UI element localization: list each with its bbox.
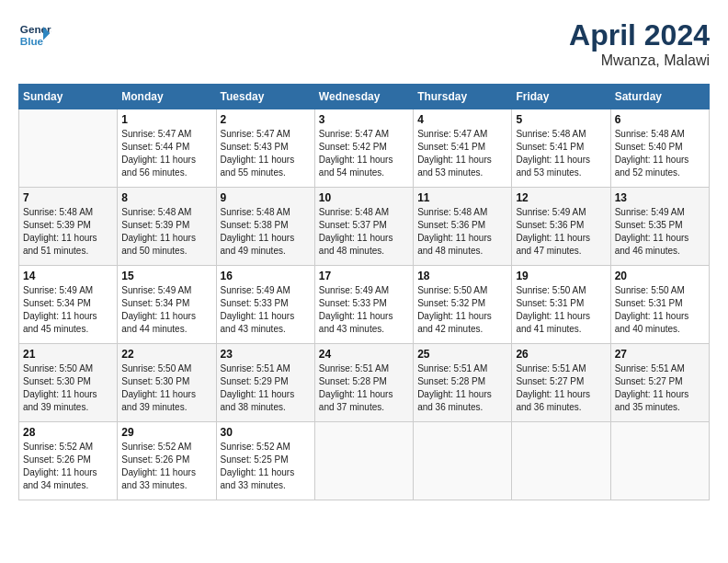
calendar-cell: 16Sunrise: 5:49 AM Sunset: 5:33 PM Dayli…: [216, 266, 314, 344]
day-info: Sunrise: 5:52 AM Sunset: 5:26 PM Dayligh…: [121, 441, 211, 492]
calendar-week-row: 28Sunrise: 5:52 AM Sunset: 5:26 PM Dayli…: [19, 422, 710, 500]
logo: General Blue: [18, 18, 51, 52]
calendar-cell: 7Sunrise: 5:48 AM Sunset: 5:39 PM Daylig…: [19, 188, 118, 266]
calendar-cell: 13Sunrise: 5:49 AM Sunset: 5:35 PM Dayli…: [610, 188, 709, 266]
column-header-sunday: Sunday: [19, 85, 118, 109]
column-header-saturday: Saturday: [610, 85, 709, 109]
svg-text:Blue: Blue: [20, 35, 44, 47]
column-header-thursday: Thursday: [414, 85, 512, 109]
day-number: 17: [319, 270, 409, 282]
day-info: Sunrise: 5:51 AM Sunset: 5:29 PM Dayligh…: [221, 362, 311, 414]
calendar-cell: 1Sunrise: 5:47 AM Sunset: 5:44 PM Daylig…: [118, 109, 216, 188]
day-number: 20: [615, 270, 705, 282]
calendar-cell: 14Sunrise: 5:49 AM Sunset: 5:34 PM Dayli…: [19, 266, 118, 344]
day-info: Sunrise: 5:49 AM Sunset: 5:34 PM Dayligh…: [121, 284, 211, 336]
logo-icon: General Blue: [18, 18, 51, 52]
day-number: 26: [516, 348, 606, 361]
location-subtitle: Mwanza, Malawi: [569, 52, 710, 69]
day-info: Sunrise: 5:49 AM Sunset: 5:33 PM Dayligh…: [319, 284, 409, 336]
calendar-cell: 26Sunrise: 5:51 AM Sunset: 5:27 PM Dayli…: [512, 344, 610, 422]
day-info: Sunrise: 5:48 AM Sunset: 5:41 PM Dayligh…: [516, 128, 606, 179]
day-number: 11: [417, 191, 507, 204]
day-info: Sunrise: 5:50 AM Sunset: 5:30 PM Dayligh…: [121, 362, 211, 414]
day-info: Sunrise: 5:51 AM Sunset: 5:28 PM Dayligh…: [319, 362, 409, 414]
day-number: 13: [615, 191, 705, 204]
day-info: Sunrise: 5:48 AM Sunset: 5:40 PM Dayligh…: [615, 128, 705, 179]
calendar-cell: 18Sunrise: 5:50 AM Sunset: 5:32 PM Dayli…: [414, 266, 512, 344]
calendar-week-row: 7Sunrise: 5:48 AM Sunset: 5:39 PM Daylig…: [19, 188, 710, 266]
day-number: 14: [23, 270, 113, 282]
day-number: 28: [23, 426, 113, 439]
day-number: 16: [221, 270, 311, 282]
calendar-header-row: SundayMondayTuesdayWednesdayThursdayFrid…: [19, 85, 710, 109]
day-number: 18: [417, 270, 507, 282]
calendar-cell: 12Sunrise: 5:49 AM Sunset: 5:36 PM Dayli…: [512, 188, 610, 266]
day-info: Sunrise: 5:48 AM Sunset: 5:39 PM Dayligh…: [121, 206, 211, 258]
calendar-cell: 29Sunrise: 5:52 AM Sunset: 5:26 PM Dayli…: [118, 422, 216, 500]
calendar-cell: 2Sunrise: 5:47 AM Sunset: 5:43 PM Daylig…: [216, 109, 314, 188]
column-header-friday: Friday: [512, 85, 610, 109]
calendar-cell: 19Sunrise: 5:50 AM Sunset: 5:31 PM Dayli…: [512, 266, 610, 344]
day-number: 24: [319, 348, 409, 361]
day-info: Sunrise: 5:50 AM Sunset: 5:31 PM Dayligh…: [615, 284, 705, 336]
day-number: 3: [319, 113, 409, 126]
day-number: 9: [221, 191, 311, 204]
day-info: Sunrise: 5:48 AM Sunset: 5:39 PM Dayligh…: [23, 206, 113, 258]
day-number: 15: [121, 270, 211, 282]
column-header-wednesday: Wednesday: [314, 85, 413, 109]
calendar-week-row: 14Sunrise: 5:49 AM Sunset: 5:34 PM Dayli…: [19, 266, 710, 344]
calendar-cell: 5Sunrise: 5:48 AM Sunset: 5:41 PM Daylig…: [512, 109, 610, 188]
calendar-cell: 3Sunrise: 5:47 AM Sunset: 5:42 PM Daylig…: [314, 109, 413, 188]
day-info: Sunrise: 5:50 AM Sunset: 5:30 PM Dayligh…: [23, 362, 113, 414]
day-info: Sunrise: 5:50 AM Sunset: 5:31 PM Dayligh…: [516, 284, 606, 336]
day-number: 1: [121, 113, 211, 126]
column-header-tuesday: Tuesday: [216, 85, 314, 109]
calendar-week-row: 21Sunrise: 5:50 AM Sunset: 5:30 PM Dayli…: [19, 344, 710, 422]
calendar-cell: 21Sunrise: 5:50 AM Sunset: 5:30 PM Dayli…: [19, 344, 118, 422]
day-info: Sunrise: 5:47 AM Sunset: 5:44 PM Dayligh…: [121, 128, 211, 179]
calendar-cell: 20Sunrise: 5:50 AM Sunset: 5:31 PM Dayli…: [610, 266, 709, 344]
title-block: April 2024 Mwanza, Malawi: [569, 18, 710, 69]
calendar-cell: 15Sunrise: 5:49 AM Sunset: 5:34 PM Dayli…: [118, 266, 216, 344]
day-info: Sunrise: 5:51 AM Sunset: 5:27 PM Dayligh…: [516, 362, 606, 414]
day-number: 6: [615, 113, 705, 126]
column-header-monday: Monday: [118, 85, 216, 109]
calendar-cell: 25Sunrise: 5:51 AM Sunset: 5:28 PM Dayli…: [414, 344, 512, 422]
calendar-cell: 4Sunrise: 5:47 AM Sunset: 5:41 PM Daylig…: [414, 109, 512, 188]
day-number: 10: [319, 191, 409, 204]
day-number: 4: [417, 113, 507, 126]
day-info: Sunrise: 5:49 AM Sunset: 5:35 PM Dayligh…: [615, 206, 705, 258]
day-info: Sunrise: 5:47 AM Sunset: 5:42 PM Dayligh…: [319, 128, 409, 179]
day-info: Sunrise: 5:52 AM Sunset: 5:25 PM Dayligh…: [221, 441, 311, 492]
calendar-cell: 23Sunrise: 5:51 AM Sunset: 5:29 PM Dayli…: [216, 344, 314, 422]
day-info: Sunrise: 5:47 AM Sunset: 5:43 PM Dayligh…: [221, 128, 311, 179]
day-info: Sunrise: 5:50 AM Sunset: 5:32 PM Dayligh…: [417, 284, 507, 336]
calendar-cell: 24Sunrise: 5:51 AM Sunset: 5:28 PM Dayli…: [314, 344, 413, 422]
day-number: 21: [23, 348, 113, 361]
calendar-cell: [19, 109, 118, 188]
day-info: Sunrise: 5:48 AM Sunset: 5:36 PM Dayligh…: [417, 206, 507, 258]
calendar-cell: [414, 422, 512, 500]
calendar-cell: 28Sunrise: 5:52 AM Sunset: 5:26 PM Dayli…: [19, 422, 118, 500]
calendar-cell: 11Sunrise: 5:48 AM Sunset: 5:36 PM Dayli…: [414, 188, 512, 266]
calendar-table: SundayMondayTuesdayWednesdayThursdayFrid…: [18, 84, 710, 500]
day-number: 29: [121, 426, 211, 439]
day-info: Sunrise: 5:48 AM Sunset: 5:38 PM Dayligh…: [221, 206, 311, 258]
calendar-cell: [610, 422, 709, 500]
calendar-cell: 30Sunrise: 5:52 AM Sunset: 5:25 PM Dayli…: [216, 422, 314, 500]
day-number: 7: [23, 191, 113, 204]
day-number: 8: [121, 191, 211, 204]
calendar-cell: 8Sunrise: 5:48 AM Sunset: 5:39 PM Daylig…: [118, 188, 216, 266]
page-header: General Blue April 2024 Mwanza, Malawi: [18, 18, 710, 69]
calendar-cell: 9Sunrise: 5:48 AM Sunset: 5:38 PM Daylig…: [216, 188, 314, 266]
calendar-cell: 6Sunrise: 5:48 AM Sunset: 5:40 PM Daylig…: [610, 109, 709, 188]
day-info: Sunrise: 5:47 AM Sunset: 5:41 PM Dayligh…: [417, 128, 507, 179]
day-info: Sunrise: 5:48 AM Sunset: 5:37 PM Dayligh…: [319, 206, 409, 258]
day-number: 22: [121, 348, 211, 361]
day-info: Sunrise: 5:49 AM Sunset: 5:33 PM Dayligh…: [221, 284, 311, 336]
calendar-cell: 22Sunrise: 5:50 AM Sunset: 5:30 PM Dayli…: [118, 344, 216, 422]
month-title: April 2024: [569, 18, 710, 52]
day-number: 2: [221, 113, 311, 126]
day-info: Sunrise: 5:49 AM Sunset: 5:36 PM Dayligh…: [516, 206, 606, 258]
day-number: 5: [516, 113, 606, 126]
